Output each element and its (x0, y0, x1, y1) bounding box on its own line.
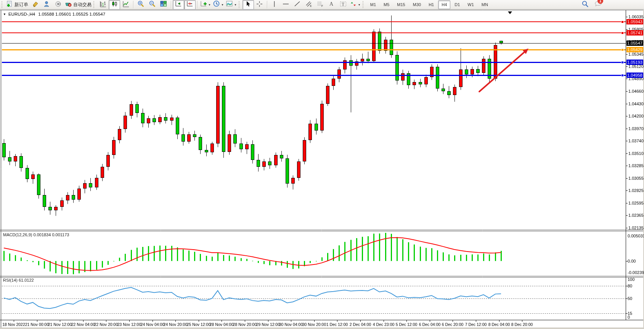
eraser-icon (32, 1, 39, 9)
chart-title: ▼ EURUSD-,H4 1.05588 1.05601 1.05525 1.0… (3, 12, 105, 16)
autotrading-button[interactable]: 自动交易 (64, 0, 93, 10)
vertical-line-button[interactable] (269, 0, 280, 10)
timeframe-button-m1[interactable]: M1 (367, 0, 379, 9)
text-icon: A (329, 1, 334, 8)
autotrading-icon (65, 1, 72, 9)
tile-windows-icon (160, 0, 167, 9)
fibonacci-button[interactable]: F (315, 0, 326, 10)
auto-scroll-icon (175, 1, 182, 9)
eraser-button[interactable] (29, 0, 41, 10)
price-chart-canvas[interactable] (0, 0, 644, 329)
toolbar-separator (133, 1, 133, 8)
timeframe-button-m5[interactable]: M5 (380, 0, 393, 9)
timeframe-button-d1[interactable]: D1 (451, 0, 463, 9)
one-click-trading-toggle-icon[interactable]: ▼ (3, 13, 6, 16)
zoom-out-icon (149, 0, 156, 9)
notification-badge: 1 (597, 0, 603, 4)
toolbar-right: 1 (579, 0, 602, 10)
line-chart-button[interactable] (120, 0, 132, 10)
bar-chart-icon (100, 1, 106, 9)
toolbar: 新订单 自动交易 (0, 0, 644, 10)
dropdown-caret-icon: ▼ (221, 3, 224, 6)
indicators-dropdown-button[interactable]: ▼ (199, 0, 212, 10)
zoom-in-icon (137, 0, 144, 9)
templates-icon (226, 1, 233, 8)
timeframe-group: M1M5M15M30H1H4D1W1MN (366, 0, 492, 9)
new-order-label: 新订单 (14, 2, 28, 8)
broadcast-button[interactable] (52, 0, 64, 10)
svg-text:T: T (342, 2, 345, 7)
search-button[interactable] (579, 0, 591, 10)
crosshair-button[interactable] (254, 0, 265, 10)
toolbar-grip[interactable] (93, 1, 96, 8)
trendline-button[interactable] (292, 0, 303, 10)
profile-icon (43, 1, 50, 9)
trendline-icon (294, 1, 300, 9)
indicators-icon (200, 1, 207, 9)
timeframe-button-h4[interactable]: H4 (438, 0, 450, 9)
text-label-button[interactable]: T (337, 0, 349, 10)
notifications-button[interactable]: 1 (594, 0, 602, 9)
horizontal-line-button[interactable] (280, 0, 292, 10)
broadcast-icon (55, 1, 61, 9)
profile-button[interactable] (41, 0, 52, 10)
toolbar-separator (197, 1, 198, 8)
new-order-button[interactable]: 新订单 (5, 0, 29, 10)
horizontal-line-icon (283, 1, 289, 8)
timeframe-button-w1[interactable]: W1 (464, 0, 477, 9)
timeframe-button-m30[interactable]: M30 (410, 0, 424, 9)
vertical-line-icon (272, 1, 277, 9)
periods-clock-icon (213, 0, 220, 9)
chart-shift-button[interactable] (184, 0, 196, 10)
arrows-shapes-icon (350, 1, 357, 9)
candlestick-chart-icon (111, 1, 118, 9)
dropdown-caret-icon: ▼ (208, 3, 211, 6)
tile-windows-button[interactable] (158, 0, 169, 10)
bar-chart-button[interactable] (97, 0, 109, 10)
dropdown-caret-icon: ▼ (358, 3, 361, 6)
periods-dropdown-button[interactable]: ▼ (212, 0, 225, 10)
zoom-out-button[interactable] (146, 0, 158, 10)
dropdown-caret-icon: ▼ (234, 3, 237, 6)
autotrading-label: 自动交易 (73, 2, 92, 8)
rsi-label: RSI(14) 61.0122 (3, 278, 34, 282)
toolbar-separator (267, 1, 267, 8)
svg-text:F: F (321, 5, 323, 7)
cursor-icon (245, 1, 251, 8)
macd-label: MACD(12,26,9) 0.001834 0.001173 (3, 232, 69, 237)
symbol-period-label: EURUSD-,H4 (8, 12, 35, 16)
fibonacci-icon: F (317, 1, 324, 9)
auto-scroll-button[interactable] (173, 0, 184, 10)
timeframe-button-mn[interactable]: MN (478, 0, 491, 9)
arrows-shapes-dropdown-button[interactable]: ▼ (349, 0, 362, 10)
mt4-terminal: 新订单 自动交易 (0, 0, 644, 329)
svg-text:E: E (310, 5, 312, 7)
candlestick-chart-button[interactable] (109, 0, 120, 10)
toolbar-grip[interactable] (239, 1, 241, 8)
search-icon (581, 0, 589, 9)
crosshair-icon (256, 1, 263, 9)
timeframe-button-m15[interactable]: M15 (393, 0, 408, 9)
equidistant-channel-icon: E (305, 1, 312, 9)
text-label-icon: T (340, 1, 347, 9)
svg-text:A: A (329, 1, 334, 7)
ohlc-readout: 1.05588 1.05601 1.05525 1.05547 (38, 12, 105, 16)
toolbar-separator (171, 1, 171, 8)
timeframe-button-h1[interactable]: H1 (425, 0, 437, 9)
equidistant-channel-button[interactable]: E (303, 0, 315, 10)
templates-dropdown-button[interactable]: ▼ (225, 0, 238, 10)
zoom-in-button[interactable] (135, 0, 146, 10)
toolbar-grip[interactable] (2, 1, 4, 8)
chart-shift-icon (186, 1, 193, 9)
line-chart-icon (123, 1, 129, 9)
new-order-icon (6, 1, 13, 9)
cursor-button[interactable] (243, 0, 254, 10)
text-button[interactable]: A (326, 0, 337, 10)
toolbar-grip[interactable] (363, 1, 365, 8)
